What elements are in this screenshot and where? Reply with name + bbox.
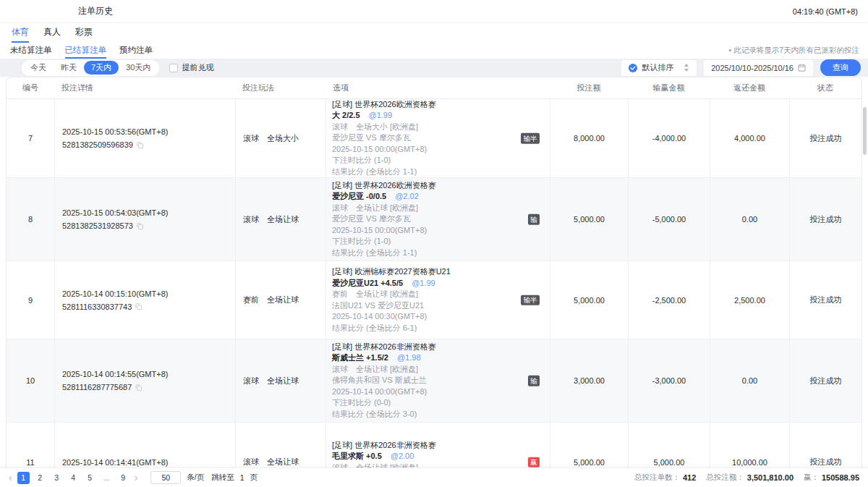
totals-summary: 总投注单数：412 总投注额：3,501,810.00 赢：150588.95: [634, 473, 859, 483]
option-time: 2025-10-15 00:00(GMT+8): [332, 144, 550, 156]
cell-play: 滚球 全场让球: [235, 178, 326, 261]
total-amount-value: 3,501,810.00: [747, 473, 793, 482]
option-match: 法国U21 VS 爱沙尼亚U21: [332, 300, 550, 312]
copy-icon[interactable]: [135, 302, 142, 310]
cell-refund: 0.00: [710, 339, 789, 422]
early-cashout-checkbox[interactable]: 提前兑现: [169, 62, 213, 73]
bet-id: 5281116287775687: [62, 381, 132, 393]
range-7days[interactable]: 7天内: [84, 61, 119, 75]
subtab-settled[interactable]: 已结算注单: [65, 43, 107, 59]
option-league: [足球] 世界杯2026非洲资格赛: [332, 342, 550, 353]
page-button[interactable]: 9: [117, 472, 129, 484]
cell-winloss: 5,000.00: [628, 423, 710, 467]
next-page-chevron-icon[interactable]: ›: [132, 473, 141, 483]
option-time: 2025-10-14 00:30(GMT+8): [332, 311, 550, 323]
cell-option: [足球] 世界杯2026非洲资格赛 斯威士兰 +1.5/2@1.98 滚球 全场…: [326, 339, 550, 422]
col-amount: 投注额: [550, 82, 628, 93]
col-play: 投注玩法: [235, 82, 326, 93]
bet-history-page: 注单历史 04:19:40 (GMT+8) 体育 真人 彩票 未结算注单 已结算…: [0, 0, 868, 487]
prev-page-chevron-icon[interactable]: ‹: [6, 473, 15, 483]
cell-no: 10: [7, 339, 54, 422]
tab-sports[interactable]: 体育: [12, 23, 29, 43]
option-match: 爱沙尼亚 VS 摩尔多瓦: [332, 213, 550, 225]
table-body: 7 2025-10-15 00:53:56(GMT+8) 52813825095…: [7, 99, 861, 467]
category-tabs: 体育 真人 彩票: [0, 23, 868, 43]
cell-detail: 2025-10-14 00:15:10(GMT+8) 5281116330837…: [54, 261, 235, 339]
option-market: 滚球 全场让球 [欧洲盘]: [332, 203, 550, 214]
option-market: 滚球 全场让球 [欧洲盘]: [332, 364, 550, 376]
cell-status: 投注成功: [789, 178, 861, 261]
subtab-unsettled[interactable]: 未结算注单: [10, 43, 52, 59]
jump-page-value[interactable]: 1: [240, 473, 244, 482]
bet-id: 5281116330837743: [62, 301, 132, 313]
option-bet-score: 下注时比分 (1-0): [332, 155, 550, 166]
sort-select-value: 默认排序: [642, 62, 673, 73]
page-size-input[interactable]: [150, 471, 181, 484]
option-league: [足球] 世界杯2026欧洲资格赛: [332, 99, 550, 110]
bet-time: 2025-10-14 00:15:10(GMT+8): [62, 288, 235, 300]
cell-detail: 2025-10-14 00:14:55(GMT+8) 5281116287775…: [54, 339, 235, 422]
page-button[interactable]: 3: [51, 472, 63, 484]
checkbox-box[interactable]: [169, 64, 178, 72]
cell-option: [足球] 欧洲锦标赛2027资格赛U21 爱沙尼亚U21 +4.5/5@1.99…: [326, 261, 550, 339]
option-league: [足球] 世界杯2026欧洲资格赛: [332, 180, 550, 192]
table-row: 10 2025-10-14 00:14:55(GMT+8) 5281116287…: [7, 339, 861, 423]
page-button[interactable]: 5: [84, 472, 96, 484]
calendar-icon: [798, 64, 806, 72]
col-refund: 返还金额: [710, 82, 789, 93]
filter-bar: 今天 昨天 7天内 30天内 提前兑现 默认排序 2025/10/10-2025…: [0, 59, 868, 77]
cell-amount: 5,000.00: [550, 261, 628, 339]
cell-amount: 8,000.00: [550, 99, 628, 177]
copy-icon[interactable]: [136, 141, 144, 149]
result-badge: 输: [528, 214, 540, 225]
subtab-reserved[interactable]: 预约注单: [119, 43, 153, 59]
tab-lottery[interactable]: 彩票: [75, 23, 93, 43]
bet-time: 2025-10-14 00:14:55(GMT+8): [62, 368, 235, 380]
option-market: 滚球 全场大小 [欧洲盘]: [332, 122, 550, 133]
jump-unit: 页: [250, 473, 258, 483]
option-match: 佛得角共和国 VS 斯威士兰: [332, 375, 550, 386]
option-league: [足球] 世界杯2026非洲资格赛: [332, 440, 550, 452]
col-winloss: 输赢金额: [628, 82, 710, 93]
query-button[interactable]: 查询: [820, 59, 861, 76]
table-header: 编号 投注详情 投注玩法 选项 投注额 输赢金额 返还金额 状态: [7, 77, 861, 99]
cell-status: 投注成功: [789, 99, 861, 177]
table-footer: ‹ 1 2 3 4 5 ... 9 › 条/页 跳转至 1 页 总投注单数：41…: [0, 467, 868, 487]
subtabs-row: 未结算注单 已结算注单 预约注单 • 此记录将显示7天内所有已派彩的投注: [0, 43, 868, 59]
page-button[interactable]: 2: [34, 472, 46, 484]
date-range-value: 2025/10/10-2025/10/16: [711, 64, 793, 72]
range-30days[interactable]: 30天内: [119, 61, 158, 75]
cell-refund: 2,500.00: [710, 261, 789, 339]
copy-icon[interactable]: [136, 222, 144, 230]
cell-amount: 5,000.00: [550, 178, 628, 261]
cell-refund: 4,000.00: [710, 99, 789, 177]
option-pick: 爱沙尼亚U21 +4.5/5@1.99: [332, 278, 550, 289]
topbar: 注单历史 04:19:40 (GMT+8): [0, 0, 868, 23]
option-result: 结果比分 (全场比分 3-0): [332, 409, 550, 420]
cell-status: 投注成功: [789, 339, 861, 422]
cell-winloss: -5,000.00: [628, 178, 710, 261]
option-pick: 毛里求斯 +0.5@2.00: [332, 451, 550, 462]
range-today[interactable]: 今天: [23, 61, 54, 75]
tab-live[interactable]: 真人: [43, 23, 61, 43]
range-yesterday[interactable]: 昨天: [54, 61, 84, 75]
option-result: 结果比分 (全场比分 1-1): [332, 166, 550, 178]
records-note: • 此记录将显示7天内所有已派彩的投注: [729, 43, 859, 59]
bet-id: 5281382531928573: [62, 220, 133, 232]
sort-select[interactable]: 默认排序: [621, 60, 697, 76]
cell-no: 7: [7, 99, 54, 177]
option-pick: 斯威士兰 +1.5/2@1.98: [332, 352, 550, 364]
cell-refund: 10,000.00: [710, 423, 789, 467]
cell-play: 滚球 全场大小: [235, 99, 326, 177]
cell-winloss: -3,000.00: [628, 339, 710, 422]
copy-icon[interactable]: [135, 384, 142, 391]
date-range-picker[interactable]: 2025/10/10-2025/10/16: [704, 60, 813, 76]
result-badge: 输半: [521, 295, 540, 305]
page-button[interactable]: 4: [67, 472, 80, 484]
bet-time: 2025-10-15 00:53:56(GMT+8): [62, 126, 235, 137]
col-detail: 投注详情: [54, 82, 235, 93]
page-button[interactable]: 1: [17, 472, 30, 484]
scrollbar-thumb[interactable]: [863, 107, 867, 155]
checkbox-label: 提前兑现: [182, 62, 213, 73]
option-odds: @2.02: [395, 192, 419, 200]
